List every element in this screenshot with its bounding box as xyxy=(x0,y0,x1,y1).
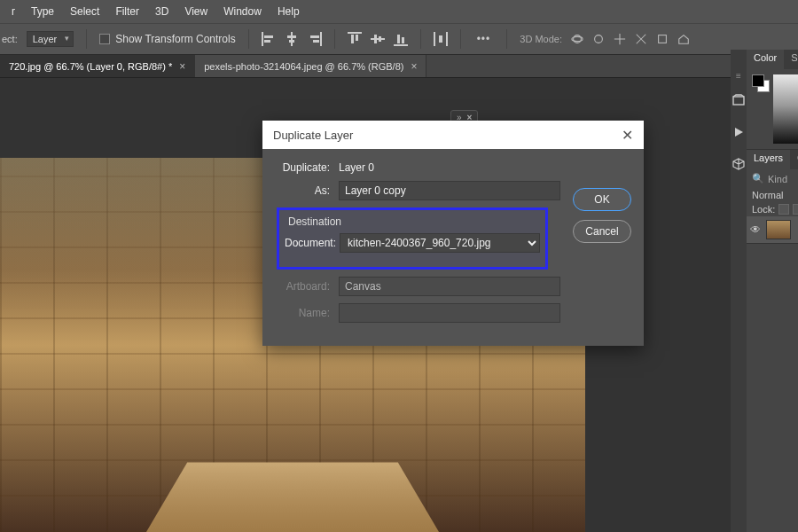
side-panels: Color Swa Layers Ch 🔍 Kind Normal xyxy=(747,50,798,532)
distribute-icon[interactable] xyxy=(434,32,448,46)
close-icon[interactable]: ✕ xyxy=(622,127,633,144)
document-tab[interactable]: pexels-photo-3214064.jpeg @ 66.7% (RGB/8… xyxy=(195,55,426,77)
foreground-background-swatch[interactable] xyxy=(752,74,770,92)
align-group xyxy=(262,32,322,46)
options-label: ect: xyxy=(2,34,18,44)
svg-rect-12 xyxy=(371,38,385,40)
menu-item[interactable]: Window xyxy=(215,5,270,18)
menu-item[interactable]: Select xyxy=(62,5,107,18)
align-middle-icon[interactable] xyxy=(371,32,385,46)
zoom-3d-icon[interactable] xyxy=(656,33,669,45)
name-label: Name: xyxy=(277,307,339,319)
menu-item[interactable]: 3D xyxy=(147,5,176,18)
layer-dropdown[interactable]: Layer xyxy=(27,31,74,47)
menu-bar: r Type Select Filter 3D View Window Help xyxy=(0,0,798,23)
tab-swatches[interactable]: Swa xyxy=(784,50,798,69)
svg-rect-16 xyxy=(397,35,400,43)
menu-item[interactable]: Help xyxy=(270,5,308,18)
show-transform-label: Show Transform Controls xyxy=(115,33,235,45)
dialog-titlebar: Duplicate Layer ✕ xyxy=(262,121,644,149)
svg-rect-20 xyxy=(439,35,442,43)
show-transform-toggle[interactable]: Show Transform Controls xyxy=(99,33,235,45)
3d-mode-label: 3D Mode: xyxy=(520,34,562,44)
menu-item[interactable]: Type xyxy=(23,5,62,18)
play-icon[interactable] xyxy=(731,124,747,140)
orbit-icon[interactable] xyxy=(571,33,583,45)
document-label: Document: xyxy=(285,237,340,249)
close-icon[interactable]: × xyxy=(179,60,185,73)
as-label: As: xyxy=(277,184,339,197)
close-icon[interactable]: × xyxy=(411,60,417,73)
svg-rect-5 xyxy=(289,40,294,43)
menu-item[interactable]: Filter xyxy=(107,5,147,18)
drag-handle-icon[interactable] xyxy=(731,71,747,76)
destination-highlight: Destination Document: kitchen-2400367_96… xyxy=(277,207,548,270)
lock-label: Lock: xyxy=(752,204,775,215)
ok-button[interactable]: OK xyxy=(573,188,631,211)
layer-row[interactable]: 👁 xyxy=(747,216,798,243)
align-group-v xyxy=(348,32,408,46)
as-input[interactable] xyxy=(339,181,560,200)
menu-item[interactable]: r xyxy=(4,5,23,18)
svg-rect-14 xyxy=(379,36,381,42)
options-bar: ect: Layer Show Transform Controls ••• 3… xyxy=(0,23,798,55)
document-tabs: 720.jpg @ 66.7% (Layer 0, RGB/8#) * × pe… xyxy=(0,55,798,78)
checkbox-icon xyxy=(99,34,110,44)
lock-pixels-icon[interactable] xyxy=(778,204,789,215)
cancel-button[interactable]: Cancel xyxy=(573,220,631,243)
blend-mode-select[interactable]: Normal xyxy=(747,188,798,202)
dialog-body: OK Cancel Duplicate: Layer 0 As: Destina… xyxy=(262,149,644,346)
tab-color[interactable]: Color xyxy=(747,50,784,69)
layer-thumbnail xyxy=(766,220,791,239)
lock-position-icon[interactable] xyxy=(793,204,798,215)
align-bottom-icon[interactable] xyxy=(394,32,408,46)
history-icon[interactable] xyxy=(731,92,747,108)
color-panel: Color Swa xyxy=(747,50,798,150)
name-input xyxy=(339,303,560,323)
lock-row: Lock: xyxy=(747,202,798,216)
pan-icon[interactable] xyxy=(614,33,626,45)
right-sidebar: Color Swa Layers Ch 🔍 Kind Normal xyxy=(731,50,798,532)
separator xyxy=(460,29,461,49)
artboard-label: Artboard: xyxy=(277,280,339,293)
duplicate-label: Duplicate: xyxy=(277,161,339,174)
search-icon: 🔍 xyxy=(752,173,764,184)
home-3d-icon[interactable] xyxy=(677,33,690,45)
destination-heading: Destination xyxy=(285,214,540,233)
svg-point-23 xyxy=(595,35,603,43)
more-options-icon[interactable]: ••• xyxy=(473,33,495,45)
document-select[interactable]: kitchen-2400367_960_720.jpg xyxy=(340,233,540,253)
visibility-eye-icon[interactable]: 👁 xyxy=(750,223,761,236)
svg-rect-6 xyxy=(320,32,322,46)
side-tool-strip xyxy=(731,50,747,532)
layer-filter-row[interactable]: 🔍 Kind xyxy=(747,169,798,188)
svg-rect-7 xyxy=(310,35,319,38)
rotate-icon[interactable] xyxy=(592,33,605,45)
color-ramp[interactable] xyxy=(773,74,798,144)
align-center-h-icon[interactable] xyxy=(285,32,299,46)
svg-rect-1 xyxy=(264,35,273,38)
align-top-icon[interactable] xyxy=(348,32,362,46)
svg-rect-3 xyxy=(291,32,293,46)
svg-rect-11 xyxy=(356,35,358,41)
tab-layers[interactable]: Layers xyxy=(747,150,790,169)
foreground-color-swatch xyxy=(752,74,764,87)
svg-rect-25 xyxy=(733,97,744,105)
duplicate-value: Layer 0 xyxy=(339,161,374,174)
svg-rect-13 xyxy=(374,35,377,43)
tab-label: pexels-photo-3214064.jpeg @ 66.7% (RGB/8… xyxy=(204,61,403,72)
artboard-input xyxy=(339,277,560,296)
align-left-icon[interactable] xyxy=(262,32,276,46)
align-right-icon[interactable] xyxy=(308,32,322,46)
separator xyxy=(248,29,249,49)
svg-rect-0 xyxy=(262,32,263,46)
slide-icon[interactable] xyxy=(635,33,647,45)
document-tab[interactable]: 720.jpg @ 66.7% (Layer 0, RGB/8#) * × xyxy=(0,55,195,77)
svg-rect-19 xyxy=(446,32,448,46)
tab-channels[interactable]: Ch xyxy=(790,150,798,169)
menu-item[interactable]: View xyxy=(176,5,215,18)
cube-icon[interactable] xyxy=(731,156,747,172)
svg-rect-8 xyxy=(313,40,319,43)
kind-label: Kind xyxy=(768,174,787,184)
tab-label: 720.jpg @ 66.7% (Layer 0, RGB/8#) * xyxy=(9,61,172,72)
